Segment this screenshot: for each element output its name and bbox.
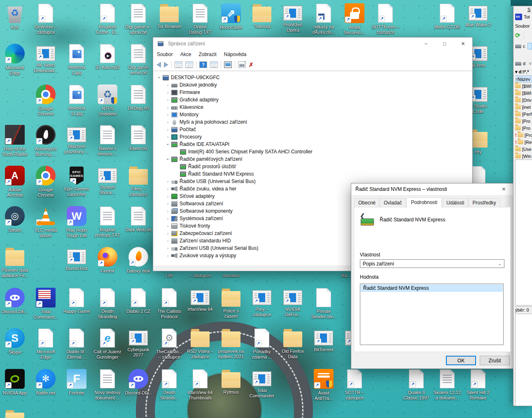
tree-item[interactable]: Intel(R) 400 Series Chipset Family SATA … — [154, 148, 472, 155]
tree-item[interactable]: ›Klávesnice — [154, 103, 472, 111]
tree-item[interactable]: ›Firmware — [154, 89, 472, 96]
tc-folder-row[interactable]: [Pro — [513, 124, 532, 132]
tree-expander-icon[interactable]: › — [166, 112, 170, 117]
tc-folder-row[interactable]: [Driv — [513, 96, 532, 103]
tc-folder-row[interactable]: [$WI — [513, 89, 532, 96]
desktop-icon-dxdiag-txt[interactable]: DxDiag.txt — [119, 85, 157, 111]
desktop-icon-gow-shortcut[interactable]: ↗GoW.exe – zástupce — [27, 3, 65, 35]
value-listbox[interactable]: Řadič Standard NVM Express — [360, 284, 504, 345]
minimize-button[interactable]: – — [417, 38, 435, 50]
tree-item[interactable]: ›Procesory — [154, 133, 472, 141]
menu-zobrazit[interactable]: Zobrazit — [195, 52, 220, 57]
tree-expander-icon[interactable]: › — [166, 201, 170, 206]
tree-expander-icon[interactable]: › — [166, 246, 170, 251]
action-pane-icon[interactable] — [210, 61, 218, 68]
refresh-icon[interactable]: ⟳ — [515, 32, 520, 39]
tc-folder-row[interactable]: [Pro — [513, 117, 532, 124]
tc-menubar[interactable]: Soubor — [515, 23, 532, 29]
tree-expander-icon[interactable]: › — [166, 231, 170, 236]
tc-folder-row[interactable]: ![Rec — [513, 139, 532, 146]
tree-item[interactable]: ›Diskové jednotky — [154, 81, 472, 89]
tc-folder-row[interactable]: [$WI — [513, 82, 532, 89]
tree-expander-icon[interactable]: › — [157, 75, 162, 80]
tc-column-header[interactable]: ↑Název — [515, 75, 532, 82]
tree-expander-icon[interactable]: › — [166, 209, 170, 214]
tab-podrobnosti[interactable]: Podrobnosti — [406, 197, 442, 208]
tree-item[interactable]: ›Počítač — [154, 126, 472, 133]
tree-expander-icon[interactable]: › — [166, 223, 170, 228]
tree-item[interactable]: ›Myši a jiná polohovací zařízení — [154, 118, 472, 126]
desktop-icon-partial-folder-bottom[interactable] — [0, 409, 34, 418]
device-manager-titlebar[interactable]: Správce zařízení – □ ✕ — [153, 38, 472, 50]
tc-drive-c-button[interactable]: c — [515, 42, 532, 50]
menu-soubor[interactable]: Soubor — [153, 52, 177, 57]
tree-expander-icon[interactable]: › — [166, 97, 170, 102]
value-list-item[interactable]: Řadič Standard NVM Express — [361, 284, 503, 292]
tree-expander-icon[interactable]: › — [166, 134, 170, 139]
desktop-icon-filmy-shortcut[interactable]: ↗Filmy – zástupce — [119, 166, 157, 197]
desktop-icon-alan-wake-2[interactable]: ↗Alan Wake 2 — [459, 3, 497, 28]
desktop-icon-digi-game-xenie-txt[interactable]: Digi game xenie.txt — [119, 44, 157, 75]
tree-item[interactable]: Řadič Standard NVM Express — [154, 170, 472, 178]
tree-expander-icon[interactable]: › — [166, 82, 170, 87]
tab-obecné[interactable]: Obecné — [355, 198, 379, 208]
cancel-button[interactable]: Zrušit — [480, 356, 510, 365]
tree-expander-icon[interactable]: › — [166, 127, 170, 132]
maximize-button[interactable]: □ — [435, 38, 454, 50]
tc-menu-fragment[interactable]: S — [527, 7, 530, 12]
desktop-icon-private-sender[interactable]: Private Sender.otv... — [305, 288, 343, 319]
desktop-icon-total-commander-2[interactable]: ↗Total Commander — [243, 369, 281, 399]
tree-expander-icon[interactable]: › — [166, 194, 170, 199]
uninstall-device-icon[interactable]: ✗ — [249, 62, 254, 68]
forward-icon[interactable] — [164, 62, 168, 68]
menu-nápověda[interactable]: Nápověda — [220, 52, 250, 57]
tc-file-panel[interactable] — [515, 160, 532, 305]
tc-lower-panel[interactable] — [515, 314, 532, 406]
tc-drive-d-selector[interactable]: d ˅ — [515, 60, 532, 67]
tree-item[interactable]: ›Grafické adaptéry — [154, 96, 472, 103]
tc-folder-row[interactable]: ![Pro — [513, 132, 532, 139]
tree-expander-icon[interactable]: › — [166, 186, 170, 191]
tc-titlebar[interactable]: Tot — [515, 13, 532, 21]
property-combobox[interactable]: Popis zařízení ⌄ — [360, 259, 504, 268]
tree-expander-icon[interactable]: › — [166, 216, 170, 221]
tree-expander-icon[interactable]: › — [166, 253, 170, 258]
tree-expander-icon[interactable]: › — [166, 105, 170, 110]
tree-expander-icon[interactable]: › — [166, 90, 170, 95]
update-driver-icon[interactable] — [238, 61, 246, 68]
tree-item[interactable]: ›DESKTOP-U9CKGFC — [154, 74, 472, 81]
tree-item[interactable]: ›Monitory — [154, 111, 472, 118]
tc-folder-row[interactable]: [Perf — [513, 110, 532, 117]
tree-expander-icon[interactable]: › — [166, 179, 170, 184]
dialog-close-button[interactable]: ✕ — [495, 183, 513, 195]
tree-expander-icon[interactable]: › — [166, 120, 170, 124]
show-console-tree-icon[interactable] — [175, 61, 182, 68]
tc-folder-row[interactable]: [Win — [513, 153, 532, 160]
tree-item[interactable]: ›Řadiče IDE ATA/ATAPI — [154, 141, 472, 148]
properties-icon[interactable] — [185, 61, 193, 68]
scan-hardware-changes-icon[interactable] — [224, 61, 232, 68]
tc-folder-row[interactable]: [inet — [513, 103, 532, 110]
tc-menu-soubor[interactable]: Soubor — [515, 23, 530, 28]
desktop-icon-puvodni-data-folder[interactable]: Původní data aplikace Fir... — [0, 247, 34, 278]
desktop-icon-sottr-exe-shortcut[interactable]: ↗SOTTR.exe – zástupce — [366, 3, 404, 35]
tab-ovladač[interactable]: Ovladač — [380, 198, 406, 208]
tc-path-bar[interactable]: ▾ d:\*.* — [515, 69, 532, 75]
tree-expander-icon[interactable]: › — [166, 157, 170, 162]
close-button[interactable]: ✕ — [454, 38, 472, 50]
tree-expander-icon[interactable]: › — [166, 238, 170, 243]
tree-item[interactable]: ›Řadiče paměťových zařízení — [154, 155, 472, 163]
tab-prostředky[interactable]: Prostředky — [469, 198, 499, 208]
tree-expander-icon[interactable]: › — [166, 142, 170, 147]
desktop-icon-etiem-txt[interactable]: Etiem.txt — [119, 125, 157, 151]
desktop-icon-dark-web-txt[interactable]: Dark Web.txt — [119, 206, 157, 232]
desktop-icon-silent-hill-2-remake[interactable]: ↗Silent Hill 2 Remake — [459, 369, 497, 401]
ok-button[interactable]: OK — [446, 356, 476, 365]
tree-item[interactable]: Řadič prostorů úložišť — [154, 163, 472, 170]
back-icon[interactable] — [156, 62, 161, 68]
tab-události[interactable]: Události — [443, 198, 468, 208]
menu-akce[interactable]: Akce — [177, 52, 195, 57]
dialog-titlebar[interactable]: Řadič Standard NVM Express – vlastnosti … — [351, 183, 513, 195]
desktop-icon-sottr-zastupce-2[interactable]: ↗SOTTR – zástupce — [336, 369, 373, 401]
tc-folder-row[interactable]: [Use — [513, 146, 532, 153]
